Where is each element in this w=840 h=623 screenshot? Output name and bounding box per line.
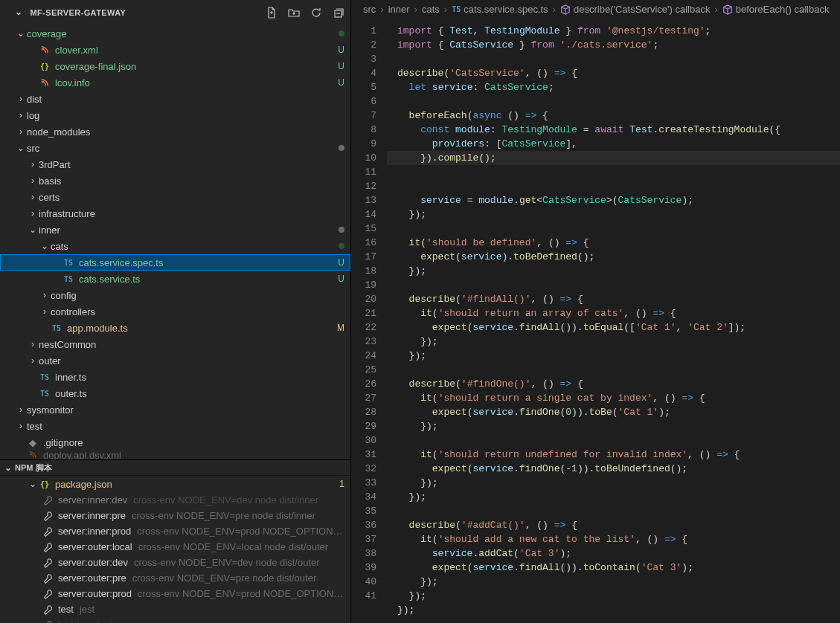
npm-package-json[interactable]: ⌄ {} package.json 1	[0, 476, 350, 492]
npm-script-server-outer-prod[interactable]: server:outer:prodcross-env NODE_ENV=prod…	[0, 586, 350, 601]
file-cats-service-ts[interactable]: TScats.service.tsU	[0, 271, 350, 287]
code-line: expect(service).toBeDefined();	[397, 251, 594, 262]
folder-inner[interactable]: ⌄inner	[0, 222, 350, 238]
crumb-folder[interactable]: inner	[388, 4, 410, 15]
crumb-folder[interactable]: cats	[422, 4, 440, 15]
npm-script-test-cov[interactable]: test:covjest --coverage	[0, 617, 350, 623]
npm-script-server-outer-dev[interactable]: server:outer:devcross-env NODE_ENV=dev n…	[0, 555, 350, 570]
file-deploy-api-dsv-xml[interactable]: deploy.api.dsv.xml	[0, 451, 350, 459]
file-outer-ts[interactable]: TSouter.ts	[0, 385, 350, 401]
code-content[interactable]: import { Test, TestingModule } from '@ne…	[387, 19, 840, 623]
npm-script-server-outer-local[interactable]: server:outer:localcross-env NODE_ENV=loc…	[0, 539, 350, 555]
script-name: server:inner:prod	[58, 526, 131, 537]
line-number: 35	[351, 504, 387, 518]
refresh-icon[interactable]	[310, 7, 322, 19]
chevron-down-icon: ⌄	[27, 225, 39, 235]
code-line: expect(service.findOne(-1)).toBeUndefine…	[397, 463, 687, 474]
folder-cats[interactable]: ⌄cats	[0, 238, 350, 254]
wrench-icon	[42, 541, 54, 553]
folder-node-modules[interactable]: ›node_modules	[0, 123, 350, 140]
folder-certs[interactable]: ›certs	[0, 189, 350, 205]
file-coverage-final-json[interactable]: {}coverage-final.jsonU	[0, 58, 350, 74]
npm-script-server-outer-pre[interactable]: server:outer:precross-env NODE_ENV=pre n…	[0, 570, 350, 586]
folder-coverage[interactable]: ⌄coverage	[0, 25, 350, 42]
xml-icon	[27, 451, 39, 459]
crumb-symbol[interactable]: describe('CatsService') callback	[574, 4, 710, 15]
line-number: 22	[351, 320, 387, 335]
script-command: cross-env NODE_ENV=pre node dist/outer	[132, 572, 344, 584]
line-number: 15	[351, 222, 387, 236]
folder-sysmonitor[interactable]: ›sysmonitor	[0, 401, 350, 418]
file-clover-xml[interactable]: clover.xmlU	[0, 42, 350, 58]
code-line: describe('#addCat()', () => {	[397, 520, 577, 531]
chevron-right-icon: ›	[39, 306, 51, 317]
git-status-badge: U	[331, 257, 344, 268]
folder-nestcommon[interactable]: ›nestCommon	[0, 336, 350, 352]
file-lcov-info[interactable]: lcov.infoU	[0, 74, 350, 91]
tree-item-label: src	[27, 143, 334, 154]
folder-test[interactable]: ›test	[0, 418, 350, 434]
npm-script-test[interactable]: testjest	[0, 601, 350, 617]
npm-script-server-inner-pre[interactable]: server:inner:precross-env NODE_ENV=pre n…	[0, 508, 350, 523]
folder-basis[interactable]: ›basis	[0, 172, 350, 189]
file-app-module-ts[interactable]: TSapp.module.tsM	[0, 320, 350, 336]
line-number: 31	[351, 448, 387, 462]
npm-script-server-inner-prod[interactable]: server:inner:prodcross-env NODE_ENV=prod…	[0, 523, 350, 539]
tree-item-label: basis	[39, 175, 344, 187]
code-line: import { Test, TestingModule } from '@ne…	[397, 25, 711, 36]
line-gutter: 1234567891011121314151617181920212223242…	[351, 19, 387, 623]
code-line: describe('#findAll()', () => {	[397, 294, 583, 305]
collapse-all-icon[interactable]	[333, 7, 344, 19]
xml-icon	[39, 44, 51, 56]
new-file-icon[interactable]	[266, 7, 278, 19]
npm-script-server-inner-dev[interactable]: server:inner:devcross-env NODE_ENV=dev n…	[0, 492, 350, 508]
line-number: 25	[351, 363, 387, 377]
line-number: 11	[351, 165, 387, 179]
folder-controllers[interactable]: ›controllers	[0, 303, 350, 320]
crumb-folder[interactable]: src	[363, 4, 376, 15]
folder-dist[interactable]: ›dist	[0, 91, 350, 107]
breadcrumb[interactable]: src›inner›cats›TS cats.service.spec.ts› …	[351, 0, 840, 19]
chevron-right-icon: ›	[15, 421, 27, 431]
folder-config[interactable]: ›config	[0, 287, 350, 303]
folder-3rdpart[interactable]: ›3rdPart	[0, 156, 350, 172]
line-number: 10	[351, 151, 387, 165]
status-dot	[339, 30, 344, 36]
tree-item-label: cats.service.ts	[79, 274, 328, 285]
wrench-icon	[42, 526, 54, 538]
npm-scripts-header[interactable]: ⌄ NPM 脚本	[0, 459, 350, 476]
code-line: });	[397, 421, 438, 432]
line-number: 3	[351, 52, 387, 66]
crumb-symbol[interactable]: beforeEach() callback	[736, 4, 830, 15]
file--gitignore[interactable]: ◆.gitignore	[0, 434, 350, 451]
tree-item-label: log	[27, 110, 344, 121]
file-cats-service-spec-ts[interactable]: TScats.service.spec.tsU	[0, 254, 350, 271]
new-folder-icon[interactable]	[288, 7, 300, 19]
folder-src[interactable]: ⌄src	[0, 140, 350, 156]
chevron-down-icon: ⌄	[4, 462, 15, 473]
crumb-file[interactable]: cats.service.spec.ts	[464, 4, 548, 15]
file-inner-ts[interactable]: TSinner.ts	[0, 369, 350, 385]
script-name: server:inner:dev	[58, 494, 127, 506]
folder-log[interactable]: ›log	[0, 107, 350, 123]
tree-item-label: 3rdPart	[39, 159, 344, 170]
folder-outer[interactable]: ›outer	[0, 352, 350, 369]
line-number: 13	[351, 193, 387, 207]
tree-item-label: .gitignore	[43, 437, 344, 448]
tree-item-label: clover.xml	[55, 45, 328, 56]
line-number: 4	[351, 66, 387, 80]
project-header[interactable]: ⌄ MF-SERVER-GATEWAY	[0, 0, 350, 25]
script-command: cross-env NODE_ENV=prod NODE_OPTIONS=--m…	[137, 526, 344, 537]
line-number: 34	[351, 490, 387, 504]
line-number: 1	[351, 24, 387, 38]
folder-infrastructure[interactable]: ›infrastructure	[0, 205, 350, 222]
npm-scripts-panel: ⌄ {} package.json 1 server:inner:devcros…	[0, 476, 350, 623]
line-number: 39	[351, 561, 387, 575]
git-status-badge: U	[331, 274, 344, 284]
chevron-right-icon: ›	[27, 192, 39, 202]
git-status-badge: U	[331, 77, 344, 88]
line-number: 40	[351, 575, 387, 589]
line-number: 18	[351, 264, 387, 278]
code-line: });	[397, 590, 426, 601]
code-line: }).compile();	[387, 151, 840, 165]
